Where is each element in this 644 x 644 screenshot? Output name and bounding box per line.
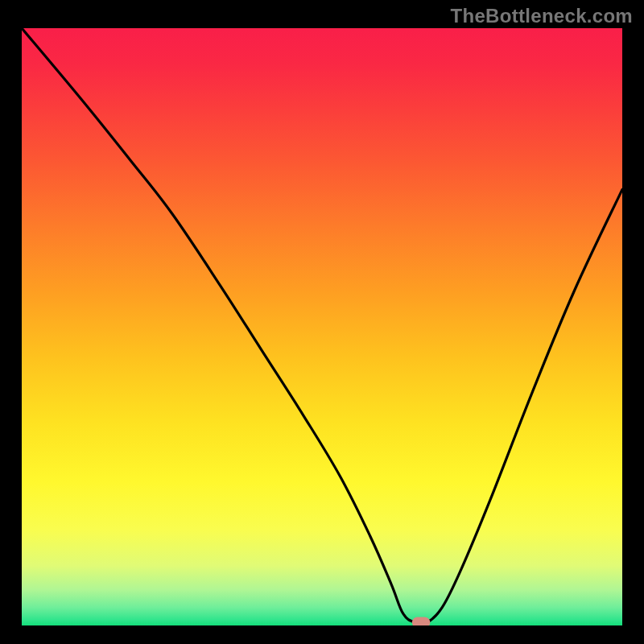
watermark-label: TheBottleneck.com bbox=[451, 5, 633, 27]
plot-area bbox=[22, 28, 622, 625]
optimal-marker bbox=[412, 617, 430, 625]
chart-svg bbox=[22, 28, 622, 625]
chart-container: TheBottleneck.com bbox=[0, 0, 644, 644]
gradient-background bbox=[22, 28, 622, 625]
